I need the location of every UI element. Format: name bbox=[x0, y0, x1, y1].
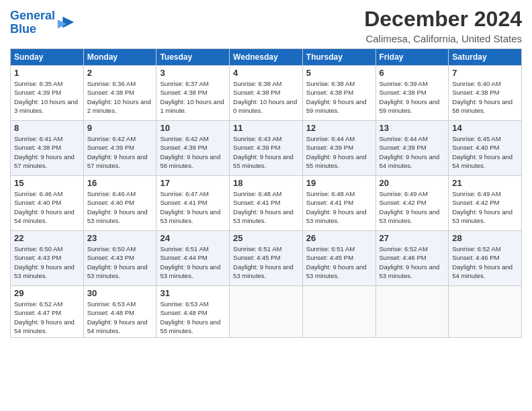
day-info: Sunrise: 6:50 AM Sunset: 4:43 PM Dayligh… bbox=[14, 244, 80, 280]
day-number: 11 bbox=[233, 123, 299, 133]
day-number: 14 bbox=[452, 123, 518, 133]
col-header-thursday: Thursday bbox=[302, 49, 375, 66]
day-info: Sunrise: 6:52 AM Sunset: 4:46 PM Dayligh… bbox=[452, 244, 518, 280]
logo-text: General bbox=[10, 9, 55, 23]
day-info: Sunrise: 6:36 AM Sunset: 4:38 PM Dayligh… bbox=[87, 79, 153, 115]
calendar-cell: 14 Sunrise: 6:45 AM Sunset: 4:40 PM Dayl… bbox=[449, 121, 522, 176]
calendar-cell: 22 Sunrise: 6:50 AM Sunset: 4:43 PM Dayl… bbox=[11, 231, 84, 286]
logo: General Blue bbox=[10, 9, 75, 36]
day-info: Sunrise: 6:49 AM Sunset: 4:42 PM Dayligh… bbox=[452, 189, 518, 225]
day-info: Sunrise: 6:48 AM Sunset: 4:41 PM Dayligh… bbox=[233, 189, 299, 225]
col-header-tuesday: Tuesday bbox=[157, 49, 230, 66]
day-number: 4 bbox=[233, 68, 299, 78]
calendar-cell: 13 Sunrise: 6:44 AM Sunset: 4:39 PM Dayl… bbox=[375, 121, 449, 176]
day-number: 26 bbox=[306, 233, 372, 243]
calendar-cell: 20 Sunrise: 6:49 AM Sunset: 4:42 PM Dayl… bbox=[375, 176, 449, 231]
title-block: December 2024 Calimesa, California, Unit… bbox=[364, 7, 522, 44]
calendar-cell: 17 Sunrise: 6:47 AM Sunset: 4:41 PM Dayl… bbox=[157, 176, 230, 231]
calendar-table: SundayMondayTuesdayWednesdayThursdayFrid… bbox=[10, 48, 522, 338]
header-row: SundayMondayTuesdayWednesdayThursdayFrid… bbox=[11, 49, 522, 66]
day-number: 9 bbox=[87, 123, 153, 133]
day-info: Sunrise: 6:38 AM Sunset: 4:38 PM Dayligh… bbox=[233, 79, 299, 115]
day-info: Sunrise: 6:41 AM Sunset: 4:38 PM Dayligh… bbox=[14, 134, 80, 170]
day-number: 20 bbox=[380, 178, 445, 188]
day-number: 21 bbox=[452, 178, 518, 188]
day-number: 30 bbox=[87, 288, 153, 298]
col-header-wednesday: Wednesday bbox=[230, 49, 303, 66]
day-number: 6 bbox=[380, 68, 445, 78]
calendar-cell: 16 Sunrise: 6:46 AM Sunset: 4:40 PM Dayl… bbox=[83, 176, 157, 231]
day-number: 27 bbox=[380, 233, 445, 243]
calendar-cell: 6 Sunrise: 6:39 AM Sunset: 4:38 PM Dayli… bbox=[375, 66, 449, 121]
day-info: Sunrise: 6:40 AM Sunset: 4:38 PM Dayligh… bbox=[452, 79, 518, 115]
day-number: 23 bbox=[87, 233, 153, 243]
week-row-3: 15 Sunrise: 6:46 AM Sunset: 4:40 PM Dayl… bbox=[11, 176, 522, 231]
calendar-cell: 2 Sunrise: 6:36 AM Sunset: 4:38 PM Dayli… bbox=[83, 66, 157, 121]
day-info: Sunrise: 6:50 AM Sunset: 4:43 PM Dayligh… bbox=[87, 244, 153, 280]
calendar-cell bbox=[230, 286, 303, 338]
day-number: 16 bbox=[87, 178, 153, 188]
col-header-sunday: Sunday bbox=[11, 49, 84, 66]
col-header-monday: Monday bbox=[83, 49, 157, 66]
day-number: 8 bbox=[14, 123, 80, 133]
day-info: Sunrise: 6:47 AM Sunset: 4:41 PM Dayligh… bbox=[160, 189, 226, 225]
day-info: Sunrise: 6:46 AM Sunset: 4:40 PM Dayligh… bbox=[87, 189, 153, 225]
calendar-cell: 19 Sunrise: 6:48 AM Sunset: 4:41 PM Dayl… bbox=[302, 176, 375, 231]
day-info: Sunrise: 6:48 AM Sunset: 4:41 PM Dayligh… bbox=[306, 189, 372, 225]
day-number: 7 bbox=[452, 68, 518, 78]
day-info: Sunrise: 6:44 AM Sunset: 4:39 PM Dayligh… bbox=[380, 134, 445, 170]
calendar-cell: 21 Sunrise: 6:49 AM Sunset: 4:42 PM Dayl… bbox=[449, 176, 522, 231]
week-row-2: 8 Sunrise: 6:41 AM Sunset: 4:38 PM Dayli… bbox=[11, 121, 522, 176]
page: General Blue December 2024 Calimesa, Cal… bbox=[0, 0, 532, 345]
main-title: December 2024 bbox=[364, 7, 522, 32]
day-number: 29 bbox=[14, 288, 80, 298]
logo-text2: Blue bbox=[10, 23, 55, 36]
col-header-friday: Friday bbox=[375, 49, 449, 66]
calendar-cell bbox=[375, 286, 449, 338]
week-row-4: 22 Sunrise: 6:50 AM Sunset: 4:43 PM Dayl… bbox=[11, 231, 522, 286]
calendar-cell: 26 Sunrise: 6:51 AM Sunset: 4:45 PM Dayl… bbox=[302, 231, 375, 286]
calendar-cell: 9 Sunrise: 6:42 AM Sunset: 4:39 PM Dayli… bbox=[83, 121, 157, 176]
day-number: 24 bbox=[160, 233, 226, 243]
calendar-cell: 1 Sunrise: 6:35 AM Sunset: 4:39 PM Dayli… bbox=[11, 66, 84, 121]
calendar-cell: 24 Sunrise: 6:51 AM Sunset: 4:44 PM Dayl… bbox=[157, 231, 230, 286]
day-info: Sunrise: 6:51 AM Sunset: 4:45 PM Dayligh… bbox=[306, 244, 372, 280]
day-info: Sunrise: 6:46 AM Sunset: 4:40 PM Dayligh… bbox=[14, 189, 80, 225]
day-info: Sunrise: 6:51 AM Sunset: 4:45 PM Dayligh… bbox=[233, 244, 299, 280]
day-info: Sunrise: 6:45 AM Sunset: 4:40 PM Dayligh… bbox=[452, 134, 518, 170]
day-info: Sunrise: 6:42 AM Sunset: 4:39 PM Dayligh… bbox=[160, 134, 226, 170]
calendar-cell: 12 Sunrise: 6:44 AM Sunset: 4:39 PM Dayl… bbox=[302, 121, 375, 176]
day-number: 15 bbox=[14, 178, 80, 188]
calendar-cell: 7 Sunrise: 6:40 AM Sunset: 4:38 PM Dayli… bbox=[449, 66, 522, 121]
day-info: Sunrise: 6:42 AM Sunset: 4:39 PM Dayligh… bbox=[87, 134, 153, 170]
day-info: Sunrise: 6:53 AM Sunset: 4:48 PM Dayligh… bbox=[160, 300, 226, 335]
calendar-cell: 31 Sunrise: 6:53 AM Sunset: 4:48 PM Dayl… bbox=[157, 286, 230, 338]
calendar-cell: 18 Sunrise: 6:48 AM Sunset: 4:41 PM Dayl… bbox=[230, 176, 303, 231]
calendar-cell bbox=[302, 286, 375, 338]
header: General Blue December 2024 Calimesa, Cal… bbox=[10, 7, 522, 44]
day-info: Sunrise: 6:49 AM Sunset: 4:42 PM Dayligh… bbox=[380, 189, 445, 225]
day-info: Sunrise: 6:43 AM Sunset: 4:39 PM Dayligh… bbox=[233, 134, 299, 170]
calendar-cell: 4 Sunrise: 6:38 AM Sunset: 4:38 PM Dayli… bbox=[230, 66, 303, 121]
day-number: 18 bbox=[233, 178, 299, 188]
day-info: Sunrise: 6:44 AM Sunset: 4:39 PM Dayligh… bbox=[306, 134, 372, 170]
calendar-cell: 10 Sunrise: 6:42 AM Sunset: 4:39 PM Dayl… bbox=[157, 121, 230, 176]
logo-icon bbox=[56, 13, 75, 32]
calendar-cell: 29 Sunrise: 6:52 AM Sunset: 4:47 PM Dayl… bbox=[11, 286, 84, 338]
day-number: 5 bbox=[306, 68, 372, 78]
subtitle: Calimesa, California, United States bbox=[364, 33, 522, 44]
day-number: 13 bbox=[380, 123, 445, 133]
day-info: Sunrise: 6:37 AM Sunset: 4:38 PM Dayligh… bbox=[160, 79, 226, 115]
calendar-cell: 30 Sunrise: 6:53 AM Sunset: 4:48 PM Dayl… bbox=[83, 286, 157, 338]
day-number: 17 bbox=[160, 178, 226, 188]
day-info: Sunrise: 6:39 AM Sunset: 4:38 PM Dayligh… bbox=[380, 79, 445, 115]
day-number: 25 bbox=[233, 233, 299, 243]
day-info: Sunrise: 6:52 AM Sunset: 4:47 PM Dayligh… bbox=[14, 300, 80, 335]
calendar-cell: 8 Sunrise: 6:41 AM Sunset: 4:38 PM Dayli… bbox=[11, 121, 84, 176]
day-number: 12 bbox=[306, 123, 372, 133]
calendar-cell: 23 Sunrise: 6:50 AM Sunset: 4:43 PM Dayl… bbox=[83, 231, 157, 286]
calendar-cell bbox=[449, 286, 522, 338]
week-row-5: 29 Sunrise: 6:52 AM Sunset: 4:47 PM Dayl… bbox=[11, 286, 522, 338]
day-info: Sunrise: 6:38 AM Sunset: 4:38 PM Dayligh… bbox=[306, 79, 372, 115]
day-info: Sunrise: 6:51 AM Sunset: 4:44 PM Dayligh… bbox=[160, 244, 226, 280]
